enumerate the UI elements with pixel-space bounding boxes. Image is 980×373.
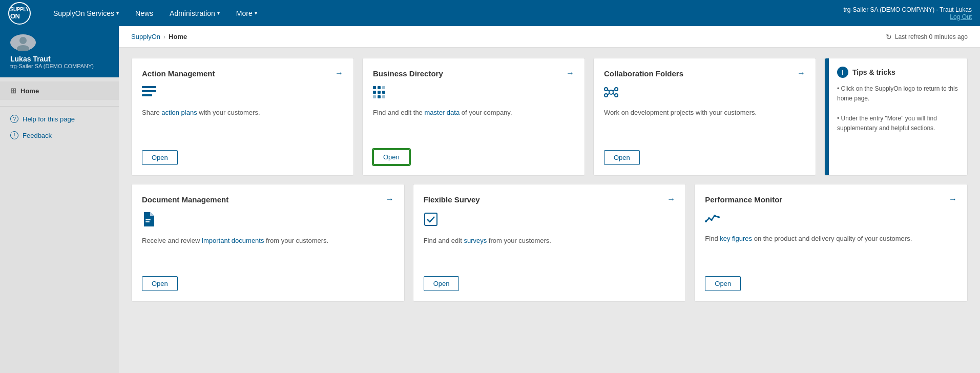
surveys-link[interactable]: surveys — [464, 237, 487, 244]
arrow-icon-document-management[interactable]: → — [386, 195, 394, 204]
nav-news[interactable]: News — [128, 5, 160, 22]
svg-rect-24 — [145, 221, 150, 222]
nav-links: SupplyOn Services ▾ News Administration … — [46, 5, 843, 22]
grid-area: Action Management → Share action plans — [119, 48, 980, 373]
card-title-flexible-survey: Flexible Survey — [424, 195, 480, 204]
info-icon: i — [837, 67, 848, 78]
help-label: Help for this page — [23, 115, 75, 123]
card-desc-flexible-survey: Find and edit surveys from your customer… — [424, 236, 676, 268]
card-title-performance-monitor: Performance Monitor — [705, 195, 782, 204]
arrow-icon-business-directory[interactable]: → — [566, 69, 574, 78]
svg-rect-13 — [382, 95, 385, 98]
svg-rect-4 — [142, 94, 152, 96]
breadcrumb-parent[interactable]: SupplyOn — [131, 33, 160, 40]
arrow-icon-performance-monitor[interactable]: → — [949, 195, 957, 204]
svg-line-22 — [613, 93, 615, 95]
card-desc-document-management: Receive and review important documents f… — [142, 236, 394, 268]
key-figures-link[interactable]: key figures — [720, 235, 752, 242]
sidebar-help-link[interactable]: ? Help for this page — [0, 111, 119, 127]
business-directory-icon — [373, 86, 574, 101]
svg-rect-12 — [378, 95, 381, 98]
sidebar-nav: ⊞ Home — [0, 77, 119, 104]
card-title-action-management: Action Management — [142, 69, 215, 78]
flexible-survey-icon — [424, 212, 676, 230]
logo-circle: SUPPLYON — [8, 2, 31, 25]
svg-point-29 — [714, 215, 716, 217]
svg-point-0 — [19, 37, 27, 44]
card-action-management: Action Management → Share action plans — [131, 58, 354, 176]
svg-rect-5 — [373, 86, 376, 89]
svg-rect-23 — [145, 219, 151, 220]
open-button-performance-monitor[interactable]: Open — [705, 276, 741, 291]
collaboration-folders-icon — [604, 86, 805, 101]
nav-more[interactable]: More ▾ — [229, 5, 264, 22]
svg-point-26 — [705, 220, 707, 222]
card-footer-document-management: Open — [142, 276, 394, 291]
svg-rect-10 — [382, 91, 385, 94]
open-button-action-management[interactable]: Open — [142, 150, 178, 165]
svg-point-17 — [604, 94, 608, 97]
open-button-collaboration-folders[interactable]: Open — [604, 150, 640, 165]
card-desc-action-management: Share action plans with your customers. — [142, 108, 343, 142]
card-header-fs: Flexible Survey → — [424, 195, 676, 204]
card-title-document-management: Document Management — [142, 195, 228, 204]
card-collaboration-folders: Collaboration Folders → — [593, 58, 816, 176]
svg-rect-2 — [142, 86, 156, 88]
important-documents-link[interactable]: important documents — [202, 237, 264, 244]
sidebar: Lukas Traut trg-Sailer SA (DEMO COMPANY)… — [0, 26, 119, 373]
tips-content: i Tips & tricks • Click on the SupplyOn … — [829, 58, 967, 175]
card-header-cf: Collaboration Folders → — [604, 69, 805, 78]
card-title-collaboration-folders: Collaboration Folders — [604, 69, 683, 78]
arrow-icon-action-management[interactable]: → — [335, 69, 343, 78]
card-title-business-directory: Business Directory — [373, 69, 443, 78]
tips-accent-bar — [825, 58, 829, 175]
sidebar-feedback-link[interactable]: ! Feedback — [0, 127, 119, 143]
arrow-icon-flexible-survey[interactable]: → — [667, 195, 675, 204]
logout-link[interactable]: Log Out — [950, 13, 972, 20]
nav-administration[interactable]: Administration ▾ — [162, 5, 227, 22]
svg-point-16 — [615, 88, 618, 91]
feedback-icon: ! — [10, 131, 18, 139]
open-button-document-management[interactable]: Open — [142, 276, 178, 291]
svg-rect-3 — [142, 90, 156, 92]
user-company-label: trg-Sailer SA (DEMO COMPANY) · Traut Luk… — [843, 6, 972, 13]
open-button-flexible-survey[interactable]: Open — [424, 276, 460, 291]
svg-line-19 — [608, 90, 610, 91]
main-layout: Lukas Traut trg-Sailer SA (DEMO COMPANY)… — [0, 26, 980, 373]
breadcrumb: SupplyOn › Home — [131, 33, 187, 40]
svg-rect-7 — [382, 86, 385, 89]
sidebar-profile: Lukas Traut trg-Sailer SA (DEMO COMPANY) — [0, 26, 119, 77]
breadcrumb-separator: › — [163, 33, 165, 40]
user-info-sidebar: Lukas Traut trg-Sailer SA (DEMO COMPANY) — [10, 55, 94, 69]
sidebar-user-company: trg-Sailer SA (DEMO COMPANY) — [10, 63, 94, 69]
svg-point-18 — [615, 94, 618, 97]
refresh-info: ↻ Last refresh 0 minutes ago — [886, 33, 968, 41]
card-business-directory: Business Directory → — [362, 58, 585, 176]
user-avatar-icon — [15, 34, 31, 51]
chevron-down-icon-admin: ▾ — [217, 10, 220, 16]
cards-row-2: Document Management → — [131, 184, 968, 302]
card-performance-monitor: Performance Monitor → — [694, 184, 968, 302]
card-document-management: Document Management → — [131, 184, 405, 302]
logo[interactable]: SUPPLYON — [8, 2, 31, 25]
svg-point-30 — [718, 216, 720, 218]
help-icon: ? — [10, 115, 18, 123]
card-footer-flexible-survey: Open — [424, 276, 676, 291]
svg-rect-25 — [425, 213, 437, 225]
arrow-icon-collaboration-folders[interactable]: → — [797, 69, 805, 78]
tips-title: Tips & tricks — [852, 68, 895, 76]
content-area: SupplyOn › Home ↻ Last refresh 0 minutes… — [119, 26, 980, 373]
nav-supplyon-services[interactable]: SupplyOn Services ▾ — [46, 5, 126, 22]
svg-point-1 — [17, 45, 29, 51]
svg-point-27 — [708, 217, 710, 219]
cards-row-1: Action Management → Share action plans — [131, 58, 968, 176]
master-data-link[interactable]: master data — [424, 109, 460, 116]
tips-header: i Tips & tricks — [837, 67, 959, 78]
svg-rect-6 — [378, 86, 381, 89]
sidebar-item-home[interactable]: ⊞ Home — [0, 81, 119, 100]
open-button-business-directory[interactable]: Open — [373, 149, 410, 165]
chevron-down-icon-more: ▾ — [255, 10, 257, 16]
action-plans-link[interactable]: action plans — [161, 109, 197, 116]
sidebar-home-label: Home — [20, 87, 39, 95]
card-header-dm: Document Management → — [142, 195, 394, 204]
